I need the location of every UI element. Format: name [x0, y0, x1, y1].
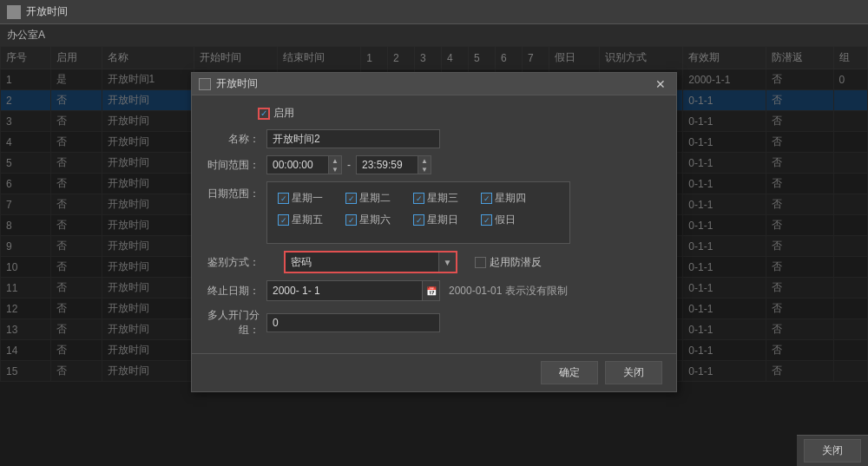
- calendar-button[interactable]: 📅: [422, 281, 439, 300]
- auth-label: 鉴别方式：: [206, 255, 266, 270]
- end-date-input[interactable]: [267, 282, 422, 299]
- time-separator: -: [347, 159, 351, 171]
- bottom-close-button[interactable]: 关闭: [804, 439, 861, 463]
- dialog: 开放时间 ✕ 启用 名称：: [191, 72, 677, 392]
- name-input[interactable]: [266, 129, 440, 148]
- dialog-close-x-button[interactable]: ✕: [652, 77, 669, 91]
- title-bar-text: 开放时间: [26, 4, 68, 19]
- dialog-footer: 确定 关闭: [192, 353, 676, 391]
- tuesday-label: 星期二: [359, 191, 391, 206]
- holiday-checkbox[interactable]: [481, 214, 492, 226]
- time-start-down-btn[interactable]: ▼: [329, 165, 341, 174]
- enable-label: 启用: [273, 106, 294, 121]
- weekday-friday[interactable]: 星期五: [278, 213, 339, 227]
- dialog-title-icon: [199, 78, 211, 90]
- time-start-input[interactable]: [267, 156, 328, 174]
- tuesday-checkbox[interactable]: [345, 193, 357, 204]
- saturday-checkbox[interactable]: [345, 214, 357, 226]
- weekday-thursday[interactable]: 星期四: [481, 191, 542, 206]
- time-start-wrap: ▲ ▼: [266, 155, 342, 174]
- end-date-hint: 2000-01-01 表示没有限制: [449, 284, 568, 299]
- time-range-row: 时间范围： ▲ ▼ -: [206, 155, 662, 174]
- sunday-label: 星期日: [427, 213, 458, 227]
- friday-checkbox[interactable]: [278, 214, 289, 226]
- time-end-up-btn[interactable]: ▲: [418, 156, 431, 165]
- table-container: 序号 启用 名称 开始时间 结束时间 1 2 3 4 5 6 7 假日 识别方式…: [0, 46, 868, 466]
- friday-label: 星期五: [292, 213, 323, 227]
- group-label: 多人开门分组：: [206, 308, 266, 338]
- time-end-wrap: ▲ ▼: [356, 155, 431, 174]
- end-date-row: 终止日期： 📅 2000-01-01 表示没有限制: [206, 280, 662, 301]
- dialog-body: 启用 名称： 时间范围：: [192, 95, 676, 353]
- time-start-spin: ▲ ▼: [328, 156, 341, 174]
- weekday-row-1: 星期一 星期二 星期三: [278, 191, 559, 206]
- auth-select-arrow[interactable]: ▼: [438, 253, 456, 272]
- weekday-holiday[interactable]: 假日: [481, 213, 542, 227]
- name-row: 名称：: [206, 129, 662, 148]
- anti-passback-checkbox[interactable]: [475, 257, 486, 268]
- end-date-label: 终止日期：: [206, 284, 266, 299]
- time-end-down-btn[interactable]: ▼: [418, 165, 431, 174]
- name-label: 名称：: [206, 132, 266, 147]
- auth-row: 鉴别方式： ▼ 起用防潜反: [206, 251, 662, 273]
- weekday-saturday[interactable]: 星期六: [345, 213, 406, 227]
- enable-checkbox[interactable]: [258, 108, 270, 120]
- date-range-box: 星期一 星期二 星期三: [266, 181, 570, 244]
- bottom-bar: 关闭: [797, 435, 868, 466]
- date-range-label: 日期范围：: [206, 181, 266, 201]
- weekday-tuesday[interactable]: 星期二: [345, 191, 406, 206]
- enable-checkbox-item[interactable]: 启用: [258, 106, 294, 121]
- main-area: 办公室A 序号 启用 名称 开始时间 结束时间 1 2 3 4 5 6 7 假日: [0, 24, 868, 466]
- dialog-title-text: 开放时间: [216, 76, 258, 91]
- title-bar-icon: [7, 5, 21, 19]
- weekday-sunday[interactable]: 星期日: [413, 213, 474, 227]
- time-range: ▲ ▼ - ▲ ▼: [266, 155, 431, 174]
- monday-label: 星期一: [292, 191, 323, 206]
- end-date-wrap: 📅: [266, 280, 440, 301]
- group-row: 多人开门分组：: [206, 308, 662, 338]
- time-start-up-btn[interactable]: ▲: [329, 156, 341, 165]
- time-end-input[interactable]: [357, 156, 418, 174]
- date-range-row: 日期范围： 星期一 星期二: [206, 181, 662, 244]
- wednesday-label: 星期三: [427, 191, 458, 206]
- time-end-spin: ▲ ▼: [418, 156, 431, 174]
- auth-select-input[interactable]: [286, 253, 438, 271]
- anti-passback-item[interactable]: 起用防潜反: [475, 255, 542, 270]
- sunday-checkbox[interactable]: [413, 214, 424, 226]
- title-bar: 开放时间: [0, 0, 868, 24]
- time-range-label: 时间范围：: [206, 158, 266, 173]
- monday-checkbox[interactable]: [278, 193, 289, 204]
- dialog-title-bar: 开放时间 ✕: [192, 73, 676, 95]
- saturday-label: 星期六: [359, 213, 391, 227]
- close-button[interactable]: 关闭: [605, 361, 662, 384]
- weekday-monday[interactable]: 星期一: [278, 191, 339, 206]
- holiday-label: 假日: [495, 213, 516, 227]
- office-label: 办公室A: [0, 24, 868, 46]
- dialog-title-left: 开放时间: [199, 76, 258, 91]
- confirm-button[interactable]: 确定: [541, 361, 598, 384]
- thursday-checkbox[interactable]: [481, 193, 492, 204]
- weekday-wednesday[interactable]: 星期三: [413, 191, 474, 206]
- anti-passback-label: 起用防潜反: [490, 255, 542, 270]
- dialog-overlay: 开放时间 ✕ 启用 名称：: [0, 46, 868, 466]
- auth-select-wrap[interactable]: ▼: [284, 251, 457, 273]
- weekday-row-2: 星期五 星期六 星期日: [278, 213, 559, 227]
- enable-row: 启用: [206, 106, 662, 121]
- thursday-label: 星期四: [495, 191, 526, 206]
- wednesday-checkbox[interactable]: [413, 193, 424, 204]
- group-input[interactable]: [266, 313, 440, 332]
